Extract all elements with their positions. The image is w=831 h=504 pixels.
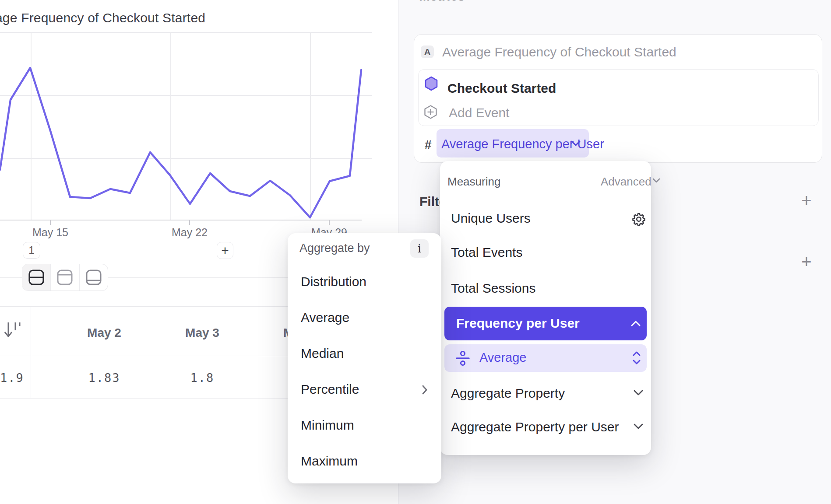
select-up-down-icon[interactable] xyxy=(632,350,641,366)
layout-panel-bottom-toggle[interactable] xyxy=(80,264,108,290)
layout-panel-top-toggle[interactable] xyxy=(51,264,79,290)
table-header-cell[interactable]: May 3 xyxy=(185,326,219,340)
aggregate-option-maximum[interactable]: Maximum xyxy=(301,454,358,469)
event-name[interactable]: Checkout Started xyxy=(447,81,556,96)
x-axis-tick-label: May 15 xyxy=(32,226,68,239)
table-column-divider xyxy=(31,306,31,398)
metrics-section-heading: Metrics xyxy=(419,0,465,4)
layout-split-horizontal-toggle[interactable] xyxy=(22,264,51,290)
measuring-option-aggregate-property[interactable]: Aggregate Property xyxy=(451,386,565,401)
sort-descending-icon[interactable] xyxy=(4,321,23,340)
layout-toggle-group xyxy=(22,264,108,291)
chevron-down-icon[interactable] xyxy=(633,389,644,396)
measuring-option-total-sessions[interactable]: Total Sessions xyxy=(451,281,535,296)
insights-app: Average Frequency of Checkout Started Ma… xyxy=(0,0,831,504)
measuring-popover-header: Measuring xyxy=(447,175,500,189)
aggregate-option-percentile[interactable]: Percentile xyxy=(301,382,359,397)
aggregate-by-header: Aggregate by xyxy=(299,242,370,255)
average-sub-option-label: Average xyxy=(479,350,527,365)
table-cell: 1.9 xyxy=(0,371,21,385)
add-filter-button[interactable]: + xyxy=(798,192,815,210)
line-chart[interactable] xyxy=(0,0,398,226)
table-cell: 1.8 xyxy=(190,371,215,385)
aggregate-option-distribution[interactable]: Distribution xyxy=(301,274,366,289)
metric-title[interactable]: Average Frequency of Checkout Started xyxy=(442,45,676,60)
measure-type-prefix: # xyxy=(425,138,432,152)
event-hexagon-icon xyxy=(424,76,438,91)
table-header-cell[interactable]: May 2 xyxy=(87,326,121,340)
add-breakdown-button[interactable]: + xyxy=(798,254,815,271)
add-event-button[interactable]: Add Event xyxy=(449,105,509,120)
average-divide-icon xyxy=(454,350,471,367)
split-horizontal-icon xyxy=(28,269,45,286)
measuring-option-total-events[interactable]: Total Events xyxy=(451,245,522,260)
chevron-down-icon[interactable] xyxy=(633,423,644,430)
x-axis-tick-label: May 22 xyxy=(172,226,208,239)
panel-top-icon xyxy=(56,269,74,286)
chart-axis xyxy=(0,220,362,225)
measuring-option-unique-users[interactable]: Unique Users xyxy=(451,211,531,226)
aggregate-option-average[interactable]: Average xyxy=(301,310,349,325)
chart-gridlines xyxy=(0,32,372,220)
chart-series-line[interactable] xyxy=(0,68,361,217)
add-annotation-button[interactable]: + xyxy=(217,242,233,259)
table-cell: 1.83 xyxy=(88,371,120,385)
frequency-aggregation-average-row[interactable] xyxy=(444,344,647,372)
aggregate-option-minimum[interactable]: Minimum xyxy=(301,418,354,433)
frequency-per-user-label: Frequency per User xyxy=(456,316,580,331)
advanced-toggle[interactable]: Advanced xyxy=(601,175,651,189)
chevron-up-icon xyxy=(630,320,641,327)
info-icon[interactable]: i xyxy=(410,239,429,258)
panel-bottom-icon xyxy=(85,269,102,286)
chevron-down-icon xyxy=(570,140,581,147)
metric-letter-badge: A xyxy=(421,46,434,58)
chevron-right-icon xyxy=(421,384,428,396)
chevron-down-icon[interactable] xyxy=(652,178,661,184)
aggregate-option-median[interactable]: Median xyxy=(301,346,344,361)
series-number-badge[interactable]: 1 xyxy=(23,242,40,259)
measuring-option-aggregate-property-per-user[interactable]: Aggregate Property per User xyxy=(451,420,619,434)
gear-icon[interactable] xyxy=(630,211,647,228)
add-event-icon xyxy=(423,105,438,119)
